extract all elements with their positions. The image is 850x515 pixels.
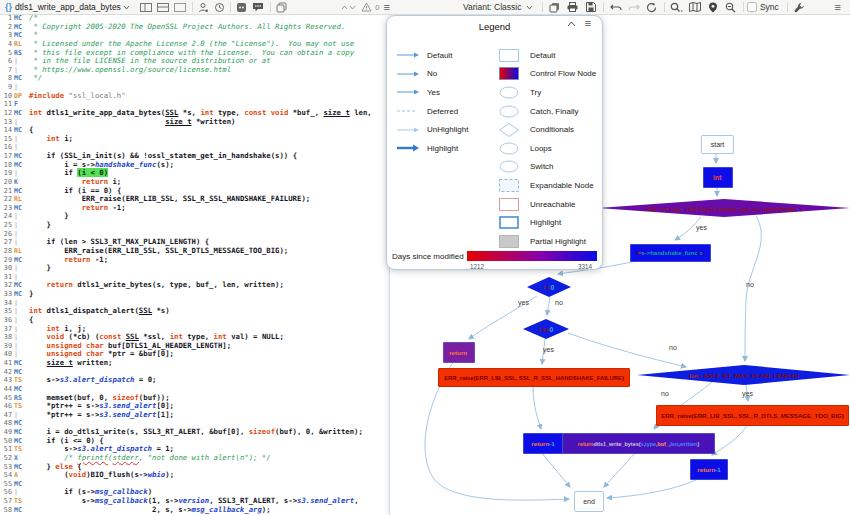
variant-selector[interactable]: Variant: Classic [463, 2, 521, 12]
code-line[interactable]: 13| size_t *written) [0, 118, 389, 127]
node-return-neg1-a[interactable]: return -1 [523, 433, 563, 454]
search-icon[interactable] [670, 1, 683, 13]
code-line[interactable]: 8MC */ [0, 74, 389, 83]
sync-label: Sync [760, 2, 779, 12]
undo-icon[interactable] [609, 1, 622, 13]
legend-node-item: Switch [499, 158, 596, 177]
legend-edge-item: Default [396, 46, 468, 65]
legend-gradient: Days since modified [392, 251, 597, 261]
edge-label-yes: yes [696, 224, 707, 231]
code-line[interactable]: 7| * https://www.openssl.org/source/lice… [0, 66, 389, 75]
editor-toolbar: {} dtls1_write_app_data_bytes [0, 1, 393, 13]
legend-edge-item: Deferred [396, 102, 468, 121]
code-line[interactable]: 33MC} [0, 290, 389, 299]
history-icon[interactable] [214, 1, 225, 13]
code-line[interactable]: 29MC return -1; [0, 256, 389, 265]
legend-node-item: Highlight [499, 213, 596, 232]
code-line[interactable]: 25| } [0, 221, 389, 230]
node-end[interactable]: end [574, 491, 604, 512]
legend-node-item: Loops [499, 139, 596, 158]
function-selector[interactable]: dtls1_write_app_data_bytes [15, 2, 121, 12]
single-pane-icon[interactable] [174, 1, 186, 13]
code-editor[interactable]: 1MC/*2MC * Copyright 2005-2020 The OpenS… [0, 14, 389, 515]
code-line[interactable]: 2MC * Copyright 2005-2020 The OpenSSL Pr… [0, 23, 389, 32]
sync-checkbox[interactable] [747, 2, 757, 12]
legend-edge-item: Highlight [396, 139, 468, 158]
braces-icon: {} [5, 2, 12, 12]
print-icon[interactable] [566, 1, 579, 13]
duplicate-icon[interactable] [548, 1, 561, 13]
legend-node-item: Unreachable [499, 195, 596, 214]
node-handshake-func[interactable]: i = s->handshake_func(s) [630, 244, 711, 262]
gradient-bar [467, 251, 597, 261]
legend-collapse-icon[interactable] [567, 21, 576, 27]
app-window: {} dtls1_write_app_data_bytes [0, 0, 850, 515]
minimap-icon[interactable] [688, 1, 701, 13]
edge-label-yes: yes [543, 346, 554, 353]
location-pin-icon[interactable] [706, 1, 719, 13]
graph-toolbar: Variant: Classic [393, 1, 850, 13]
gradient-min: 1212 [470, 263, 484, 270]
legend-node-item: Conditionals [499, 120, 596, 139]
chevron-down-icon[interactable] [123, 1, 130, 13]
edge-label-no: no [669, 344, 677, 351]
node-start[interactable]: start [701, 135, 734, 154]
legend-node-item: Control Flow Node [499, 65, 596, 84]
code-line[interactable]: 58MC 2, s, s->msg_callback_arg); [0, 506, 389, 515]
graph-edge [607, 477, 702, 498]
code-line[interactable]: 15| int i; [0, 135, 389, 144]
code-line[interactable]: 41MC size_t written; [0, 359, 389, 368]
comment-icon[interactable] [252, 1, 264, 13]
code-line[interactable]: 35|int dtls1_dispatch_alert(SSL *s) [0, 307, 389, 316]
copy-icon[interactable] [276, 1, 287, 13]
toolbar: {} dtls1_write_app_data_bytes [0, 0, 850, 15]
gradient-label: Days since modified [392, 252, 464, 261]
save-icon[interactable] [584, 1, 597, 13]
code-line[interactable]: 10DP#include "ssl_local.h" [0, 92, 389, 101]
edge-label-yes: yes [742, 390, 753, 397]
collapse-down-icon[interactable] [349, 1, 356, 13]
code-line[interactable]: 43TS s->s3.alert_dispatch = 0; [0, 376, 389, 385]
warning-count: 0 [375, 3, 379, 12]
collapse-up-icon[interactable] [341, 1, 348, 13]
code-line[interactable]: 54A (void)BIO_flush(s->wbio); [0, 471, 389, 480]
legend-node-item: Default [499, 46, 596, 65]
zoom-out-icon[interactable] [724, 1, 737, 13]
code-line[interactable]: 47| *ptr++ = s->s3.send_alert[1]; [0, 411, 389, 420]
legend-menu-icon[interactable]: ≡ [585, 18, 591, 28]
code-line[interactable]: 30| } [0, 264, 389, 273]
split-vertical-icon[interactable] [140, 1, 152, 13]
user-icon[interactable] [198, 1, 209, 13]
legend-node-item: Expandable Node [499, 176, 596, 195]
gradient-max: 3314 [578, 263, 592, 270]
legend-node-items: DefaultControl Flow NodeTryCatch, Finall… [499, 46, 596, 251]
graph-edge [547, 297, 550, 315]
wrench-icon[interactable] [793, 1, 806, 13]
legend-edge-item: No [396, 65, 468, 84]
node-return-neg1-b[interactable]: return -1 [690, 459, 728, 480]
menu-icon[interactable]: ≡ [384, 2, 390, 12]
chevron-down-icon[interactable] [523, 1, 536, 13]
legend-node-item: Catch, Finally [499, 102, 596, 121]
node-return-i[interactable]: return i [443, 342, 475, 363]
menu-icon[interactable]: ≡ [835, 2, 841, 12]
legend-edge-items: DefaultNoYesDeferredUnHighlightHighlight [396, 46, 468, 158]
legend-panel: Legend ≡ DefaultNoYesDeferredUnHighlight… [386, 15, 603, 270]
warning-icon[interactable] [361, 1, 372, 13]
node-err-raise-message-too-big[interactable]: ERR_raise(ERR_LIB_SSL, SSL_R_DTLS_MESSAG… [656, 405, 849, 426]
graph-edge [745, 216, 761, 361]
node-int-decl[interactable]: int i [703, 167, 733, 188]
edge-label-no: no [746, 281, 754, 288]
node-return-write-bytes[interactable]: return dtls1_write_bytes(s, type, buf_, … [562, 433, 715, 454]
commit-icon[interactable] [236, 1, 247, 13]
refresh-icon[interactable] [645, 1, 658, 13]
node-err-raise-handshake-failure[interactable]: ERR_raise(ERR_LIB_SSL, SSL_R_SSL_HANDSHA… [438, 368, 630, 387]
edge-label-no: no [661, 390, 669, 397]
code-line[interactable]: 24| } [0, 212, 389, 221]
legend-edge-item: Yes [396, 83, 468, 102]
edge-label-yes: yes [518, 299, 529, 306]
redo-icon[interactable] [627, 1, 640, 13]
split-horizontal-icon[interactable] [157, 1, 169, 13]
graph-edge [533, 385, 541, 429]
code-line[interactable]: 32MC return dtls1_write_bytes(s, type, b… [0, 281, 389, 290]
